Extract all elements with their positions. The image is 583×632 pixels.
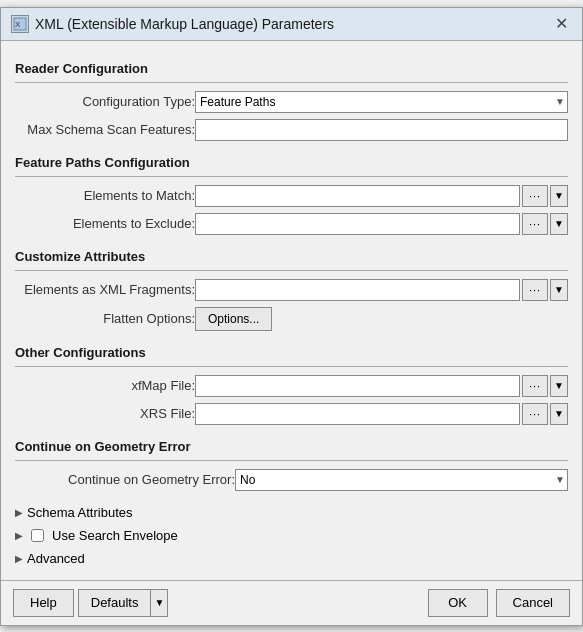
- xrs-control: ··· ▼: [195, 403, 568, 425]
- schema-attrs-expand-icon: ▶: [15, 507, 23, 518]
- other-config-header: Other Configurations: [15, 345, 568, 360]
- advanced-label: Advanced: [27, 551, 85, 566]
- help-button[interactable]: Help: [13, 589, 74, 617]
- config-type-select[interactable]: Feature Paths Schema Auto: [195, 91, 568, 113]
- advanced-expander[interactable]: ▶ Advanced: [15, 547, 568, 570]
- elements-match-input[interactable]: [195, 185, 520, 207]
- flatten-label: Flatten Options:: [15, 311, 195, 326]
- xml-fragments-row: Elements as XML Fragments: ··· ▼: [15, 279, 568, 301]
- dialog-body: Reader Configuration Configuration Type:…: [1, 41, 582, 580]
- elements-exclude-browse-button[interactable]: ···: [522, 213, 548, 235]
- geometry-error-row: Continue on Geometry Error: No Yes ▼: [15, 469, 568, 491]
- defaults-dropdown-button[interactable]: ▼: [150, 589, 168, 617]
- elements-match-control: ··· ▼: [195, 185, 568, 207]
- config-type-control: Feature Paths Schema Auto ▼: [195, 91, 568, 113]
- config-type-select-wrapper[interactable]: Feature Paths Schema Auto ▼: [195, 91, 568, 113]
- schema-attrs-expander[interactable]: ▶ Schema Attributes: [15, 501, 568, 524]
- xml-fragments-control: ··· ▼: [195, 279, 568, 301]
- xrs-row: XRS File: ··· ▼: [15, 403, 568, 425]
- xrs-dropdown-button[interactable]: ▼: [550, 403, 568, 425]
- max-schema-control: [195, 119, 568, 141]
- advanced-expand-icon: ▶: [15, 553, 23, 564]
- elements-exclude-label: Elements to Exclude:: [15, 216, 195, 231]
- flatten-options-row: Flatten Options: Options...: [15, 307, 568, 331]
- config-type-row: Configuration Type: Feature Paths Schema…: [15, 91, 568, 113]
- xml-fragments-browse-icon: ···: [529, 284, 541, 296]
- elements-exclude-browse-icon: ···: [529, 218, 541, 230]
- config-type-label: Configuration Type:: [15, 94, 195, 109]
- elements-exclude-control: ··· ▼: [195, 213, 568, 235]
- xfmap-input[interactable]: [195, 375, 520, 397]
- footer-right: OK Cancel: [428, 589, 570, 617]
- xrs-browse-icon: ···: [529, 408, 541, 420]
- geometry-error-select-wrapper[interactable]: No Yes ▼: [235, 469, 568, 491]
- title-bar: X XML (Extensible Markup Language) Param…: [1, 8, 582, 41]
- xml-fragments-input[interactable]: [195, 279, 520, 301]
- elements-exclude-dropdown-button[interactable]: ▼: [550, 213, 568, 235]
- xrs-dropdown-icon: ▼: [554, 408, 564, 419]
- footer-left: Help Defaults ▼: [13, 589, 168, 617]
- customize-divider: [15, 270, 568, 271]
- flatten-control: Options...: [195, 307, 568, 331]
- search-envelope-expand-icon: ▶: [15, 530, 23, 541]
- ok-button[interactable]: OK: [428, 589, 488, 617]
- xml-fragments-dropdown-button[interactable]: ▼: [550, 279, 568, 301]
- xfmap-browse-button[interactable]: ···: [522, 375, 548, 397]
- elements-match-browse-button[interactable]: ···: [522, 185, 548, 207]
- flatten-options-button[interactable]: Options...: [195, 307, 272, 331]
- xfmap-dropdown-icon: ▼: [554, 380, 564, 391]
- svg-text:X: X: [15, 20, 21, 29]
- schema-attrs-label: Schema Attributes: [27, 505, 133, 520]
- close-button[interactable]: ✕: [551, 14, 572, 34]
- elements-match-dropdown-button[interactable]: ▼: [550, 185, 568, 207]
- elements-match-row: Elements to Match: ··· ▼: [15, 185, 568, 207]
- xfmap-control: ··· ▼: [195, 375, 568, 397]
- geometry-error-control: No Yes ▼: [235, 469, 568, 491]
- search-envelope-checkbox[interactable]: [31, 529, 44, 542]
- xml-fragments-browse-button[interactable]: ···: [522, 279, 548, 301]
- reader-config-divider: [15, 82, 568, 83]
- defaults-button[interactable]: Defaults: [78, 589, 151, 617]
- max-schema-input[interactable]: [195, 119, 568, 141]
- xfmap-label: xfMap File:: [15, 378, 195, 393]
- customize-header: Customize Attributes: [15, 249, 568, 264]
- elements-match-dropdown-icon: ▼: [554, 190, 564, 201]
- elements-exclude-dropdown-icon: ▼: [554, 218, 564, 229]
- xfmap-row: xfMap File: ··· ▼: [15, 375, 568, 397]
- defaults-split-button: Defaults ▼: [78, 589, 169, 617]
- geometry-error-select[interactable]: No Yes: [235, 469, 568, 491]
- xrs-browse-button[interactable]: ···: [522, 403, 548, 425]
- search-envelope-expander[interactable]: ▶ Use Search Envelope: [15, 524, 568, 547]
- reader-config-header: Reader Configuration: [15, 61, 568, 76]
- xml-fragments-label: Elements as XML Fragments:: [15, 282, 195, 297]
- max-schema-label: Max Schema Scan Features:: [15, 122, 195, 137]
- geometry-error-label: Continue on Geometry Error:: [15, 472, 235, 487]
- search-envelope-label: Use Search Envelope: [52, 528, 178, 543]
- geometry-error-header: Continue on Geometry Error: [15, 439, 568, 454]
- dialog-icon: X: [11, 15, 29, 33]
- geometry-error-divider: [15, 460, 568, 461]
- elements-exclude-row: Elements to Exclude: ··· ▼: [15, 213, 568, 235]
- feature-paths-divider: [15, 176, 568, 177]
- feature-paths-header: Feature Paths Configuration: [15, 155, 568, 170]
- xfmap-dropdown-button[interactable]: ▼: [550, 375, 568, 397]
- elements-match-label: Elements to Match:: [15, 188, 195, 203]
- dialog-title: XML (Extensible Markup Language) Paramet…: [35, 16, 334, 32]
- dialog-footer: Help Defaults ▼ OK Cancel: [1, 580, 582, 625]
- cancel-button[interactable]: Cancel: [496, 589, 570, 617]
- elements-exclude-input[interactable]: [195, 213, 520, 235]
- xfmap-browse-icon: ···: [529, 380, 541, 392]
- defaults-dropdown-icon: ▼: [155, 597, 165, 608]
- title-bar-left: X XML (Extensible Markup Language) Param…: [11, 15, 334, 33]
- elements-match-browse-icon: ···: [529, 190, 541, 202]
- xrs-label: XRS File:: [15, 406, 195, 421]
- other-config-divider: [15, 366, 568, 367]
- xml-fragments-dropdown-icon: ▼: [554, 284, 564, 295]
- main-dialog: X XML (Extensible Markup Language) Param…: [0, 7, 583, 626]
- max-schema-row: Max Schema Scan Features:: [15, 119, 568, 141]
- xrs-input[interactable]: [195, 403, 520, 425]
